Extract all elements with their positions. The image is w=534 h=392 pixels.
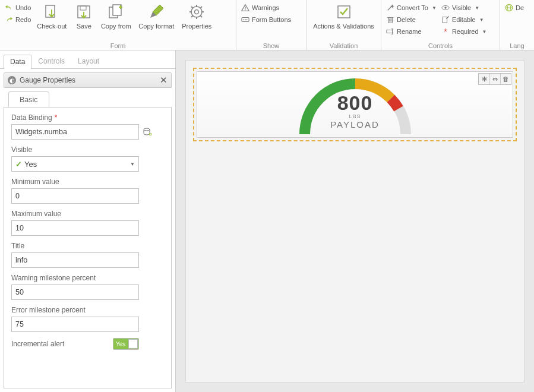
min-input[interactable]: [11, 188, 139, 204]
required-button[interactable]: * Required▼: [440, 26, 488, 37]
properties-panel: Data Controls Layout ◐ Gauge Properties …: [0, 50, 176, 392]
max-input[interactable]: [11, 220, 139, 236]
gauge-value: 800: [293, 91, 418, 115]
edit-icon: [441, 15, 450, 24]
required-marker: *: [55, 113, 58, 122]
gear-icon: [188, 4, 205, 20]
ribbon-group-show: Show: [239, 41, 304, 50]
svg-point-18: [244, 19, 245, 20]
checkout-icon: [43, 4, 60, 20]
err-input[interactable]: [11, 317, 139, 332]
visible-select[interactable]: ✓Yes ▼: [11, 156, 139, 172]
incremental-label: Incremental alert: [11, 340, 64, 348]
gauge-title: PAYLOAD: [293, 119, 418, 129]
form-buttons-button[interactable]: Form Buttons: [240, 14, 292, 25]
svg-line-12: [200, 15, 202, 17]
tab-data[interactable]: Data: [4, 55, 31, 69]
widget-toolbar: ✻ ⇔ 🗑: [478, 73, 511, 85]
panel-header: ◐ Gauge Properties ✕: [4, 72, 172, 88]
trash-icon: [386, 15, 394, 24]
svg-rect-34: [443, 17, 447, 23]
copy-from-icon: [108, 4, 124, 20]
ribbon: Undo Redo Check-out Save Copy from: [0, 0, 534, 50]
svg-line-13: [191, 15, 193, 17]
copy-format-button[interactable]: Copy format: [134, 1, 178, 41]
min-label: Minimum value: [11, 178, 164, 186]
gauge-widget[interactable]: ✻ ⇔ 🗑: [197, 71, 513, 138]
data-binding-label: Data Binding: [11, 113, 52, 122]
title-label: Title: [11, 242, 164, 250]
subtab-basic[interactable]: Basic: [8, 91, 49, 108]
svg-rect-28: [387, 30, 393, 33]
svg-point-16: [245, 10, 245, 10]
svg-point-20: [247, 19, 248, 20]
undo-icon: [5, 4, 13, 12]
redo-button[interactable]: Redo: [4, 14, 32, 25]
visible-label: Visible: [11, 146, 164, 154]
undo-button[interactable]: Undo: [4, 2, 32, 13]
gauge-icon: ◐: [8, 76, 16, 84]
ribbon-group-controls: Controls: [384, 41, 497, 50]
data-source-icon[interactable]: [143, 127, 152, 137]
visible-button[interactable]: Visible▼: [440, 2, 488, 13]
warning-icon: [241, 4, 249, 12]
svg-point-19: [245, 19, 246, 20]
data-binding-input[interactable]: [11, 124, 139, 140]
editable-button[interactable]: Editable▼: [440, 14, 488, 25]
save-icon: [75, 4, 92, 20]
check-icon: ✓: [15, 160, 22, 169]
eye-icon: [441, 4, 450, 12]
svg-point-38: [144, 128, 150, 131]
warn-input[interactable]: [11, 284, 139, 300]
widget-delete-icon[interactable]: 🗑: [500, 74, 511, 84]
warnings-button[interactable]: Warnings: [240, 2, 292, 13]
svg-line-11: [191, 7, 193, 8]
actions-validations-button[interactable]: Actions & Validations: [309, 1, 378, 41]
incremental-toggle[interactable]: Yes: [113, 338, 139, 350]
svg-point-33: [444, 7, 447, 9]
ribbon-group-lang: Lang: [503, 41, 532, 50]
svg-line-14: [200, 7, 202, 8]
properties-button[interactable]: Properties: [178, 1, 215, 41]
chevron-down-icon: ▼: [130, 162, 135, 167]
svg-rect-2: [80, 6, 86, 10]
copy-from-button[interactable]: Copy from: [97, 1, 134, 41]
language-button[interactable]: De: [504, 2, 525, 13]
gauge-unit: LBS: [293, 113, 418, 119]
svg-rect-4: [113, 5, 121, 15]
close-icon[interactable]: ✕: [160, 75, 168, 86]
max-label: Maximum value: [11, 210, 164, 218]
ribbon-group-validation: Validation: [309, 41, 378, 50]
warn-label: Warning milestone percent: [11, 274, 164, 282]
title-input[interactable]: [11, 252, 139, 268]
gauge-widget-selection[interactable]: ✻ ⇔ 🗑: [193, 68, 517, 141]
delete-button[interactable]: Delete: [385, 14, 438, 25]
brush-icon: [148, 4, 165, 20]
panel-title: Gauge Properties: [20, 76, 75, 84]
wand-icon: [386, 4, 394, 12]
tab-controls[interactable]: Controls: [31, 54, 71, 68]
rename-button[interactable]: Rename: [385, 26, 438, 37]
err-label: Error milestone percent: [11, 306, 164, 314]
save-button[interactable]: Save: [70, 1, 97, 41]
globe-icon: [505, 4, 513, 12]
design-canvas[interactable]: ✻ ⇔ 🗑: [185, 60, 524, 382]
validate-icon: [336, 4, 352, 20]
tab-layout[interactable]: Layout: [71, 54, 106, 68]
convert-to-button[interactable]: Convert To▼: [385, 2, 438, 13]
widget-move-icon[interactable]: ⇔: [489, 74, 500, 84]
form-buttons-icon: [241, 15, 249, 24]
widget-settings-icon[interactable]: ✻: [479, 74, 489, 84]
redo-icon: [5, 15, 13, 24]
ribbon-group-form: Form: [2, 41, 233, 50]
checkout-button[interactable]: Check-out: [33, 1, 70, 41]
svg-point-6: [195, 10, 199, 14]
asterisk-icon: *: [441, 27, 450, 36]
gauge-visual: 800 LBS PAYLOAD: [293, 75, 418, 137]
rename-icon: [386, 27, 394, 36]
